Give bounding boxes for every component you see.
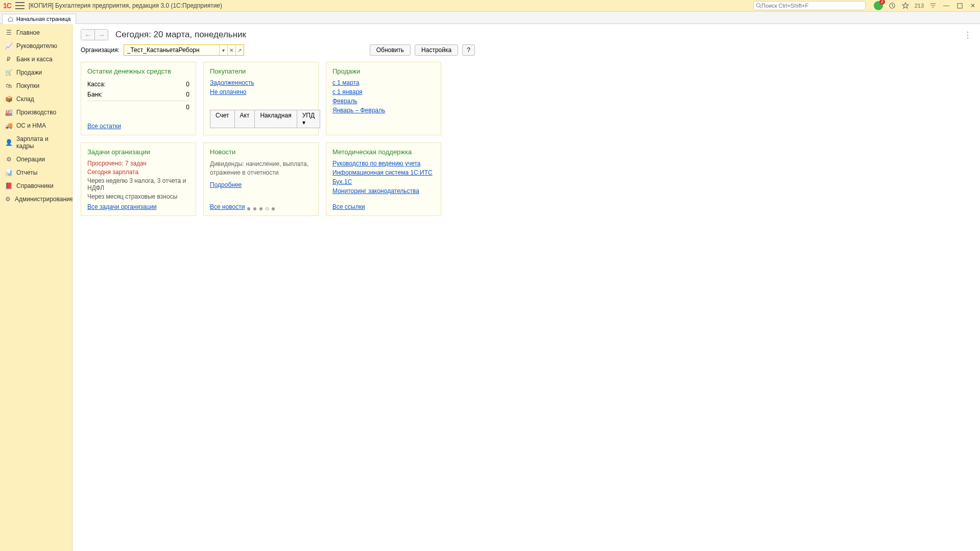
widget-tasks: Задачи организации Просрочено: 7 задач С… xyxy=(81,142,196,216)
act-button[interactable]: Акт xyxy=(235,110,255,128)
open-icon[interactable]: ↗ xyxy=(235,45,244,55)
content-header: ← → Сегодня: 20 марта, понедельник ⋮ xyxy=(73,24,980,44)
widget-cash: Остатки денежных средств Касса:0 Банк:0 … xyxy=(81,62,196,135)
unpaid-link[interactable]: Не оплачено xyxy=(210,88,312,95)
sidebar-item-label: Справочники xyxy=(16,182,54,189)
sidebar-item-production[interactable]: 🏭Производство xyxy=(0,106,72,119)
all-news-link[interactable]: Все новости xyxy=(210,203,245,210)
sidebar-item-label: Зарплата и кадры xyxy=(16,135,67,150)
sidebar-item-label: Банк и касса xyxy=(16,56,53,63)
week-text: Через неделю 3 налога, 3 отчета и НДФЛ xyxy=(87,177,189,191)
ops-icon: ⚙ xyxy=(5,156,12,163)
total-value: 0 xyxy=(186,104,189,111)
news-more-link[interactable]: Подробнее xyxy=(210,181,312,188)
debt-link[interactable]: Задолженность xyxy=(210,79,312,86)
more-icon[interactable]: ⋮ xyxy=(964,30,972,40)
truck-icon: 🚚 xyxy=(5,122,12,129)
counter: 213 xyxy=(915,3,924,9)
sidebar-item-label: ОС и НМА xyxy=(16,122,46,129)
clear-icon[interactable]: ✕ xyxy=(227,45,235,55)
widget-title: Остатки денежных средств xyxy=(87,67,189,75)
overdue-text: Просрочено: 7 задач xyxy=(87,160,189,167)
book-icon: 📕 xyxy=(5,182,12,189)
close-icon[interactable]: ✕ xyxy=(969,2,977,10)
sales-march-link[interactable]: с 1 марта xyxy=(332,79,435,86)
sidebar-item-warehouse[interactable]: 📦Склад xyxy=(0,92,72,106)
app-title: [КОПИЯ] Бухгалтерия предприятия, редакци… xyxy=(29,2,222,9)
gear-icon: ⚙ xyxy=(5,196,11,203)
widget-title: Новости xyxy=(210,148,312,156)
buh1c-link[interactable]: Бух.1С xyxy=(332,178,435,185)
notification-icon[interactable] xyxy=(874,1,883,10)
sidebar-item-purchase[interactable]: 🛍Покупки xyxy=(0,79,72,92)
all-links-link[interactable]: Все ссылки xyxy=(332,203,365,210)
sidebar-item-main[interactable]: ☰Главное xyxy=(0,26,72,39)
svg-rect-3 xyxy=(957,3,962,8)
basket-icon: 🛍 xyxy=(5,82,12,89)
sidebar-item-hr[interactable]: 👤Зарплата и кадры xyxy=(0,132,72,153)
sidebar-item-label: Руководителю xyxy=(16,42,57,50)
sidebar-item-label: Операции xyxy=(16,156,45,163)
upd-button[interactable]: УПД ▾ xyxy=(297,110,320,128)
org-select[interactable]: ▾ ✕ ↗ xyxy=(124,44,244,56)
today-text: Сегодня зарплата xyxy=(87,169,189,176)
org-label: Организация: xyxy=(81,46,119,54)
content: ← → Сегодня: 20 марта, понедельник ⋮ Орг… xyxy=(73,24,980,551)
guide-link[interactable]: Руководство по ведению учета xyxy=(332,160,435,167)
widget-buyers: Покупатели Задолженность Не оплачено Сче… xyxy=(203,62,319,135)
history-icon[interactable] xyxy=(888,2,896,10)
month-text: Через месяц страховые взносы xyxy=(87,193,189,200)
sidebar-item-directories[interactable]: 📕Справочники xyxy=(0,179,72,193)
star-icon[interactable] xyxy=(901,2,910,10)
sidebar: ☰Главное 📈Руководителю ₽Банк и касса 🛒Пр… xyxy=(0,24,73,551)
forward-button[interactable]: → xyxy=(94,30,108,40)
widget-title: Задачи организации xyxy=(87,148,189,156)
sidebar-item-assets[interactable]: 🚚ОС и НМА xyxy=(0,119,72,132)
widget-title: Продажи xyxy=(332,67,435,75)
settings-button[interactable]: Настройка xyxy=(415,44,458,56)
its-link[interactable]: Информационная система 1С:ИТС xyxy=(332,169,435,176)
sidebar-item-label: Продажи xyxy=(16,69,42,76)
sidebar-item-label: Покупки xyxy=(16,82,39,89)
search-input[interactable] xyxy=(753,1,866,10)
cash-label: Касса: xyxy=(87,81,106,88)
cart-icon: 🛒 xyxy=(5,69,12,76)
tab-home[interactable]: Начальная страница xyxy=(2,14,76,24)
back-button[interactable]: ← xyxy=(81,30,94,40)
search-icon xyxy=(756,3,761,9)
sidebar-item-reports[interactable]: 📊Отчеты xyxy=(0,166,72,179)
sales-january-link[interactable]: с 1 января xyxy=(332,88,435,95)
sidebar-item-manager[interactable]: 📈Руководителю xyxy=(0,39,72,53)
tab-label: Начальная страница xyxy=(16,16,70,22)
widget-support: Методическая поддержка Руководство по ве… xyxy=(326,142,441,216)
sidebar-item-operations[interactable]: ⚙Операции xyxy=(0,153,72,166)
minimize-icon[interactable]: — xyxy=(942,2,950,10)
maximize-icon[interactable] xyxy=(955,2,964,10)
dropdown-icon[interactable]: ▾ xyxy=(219,45,227,55)
sidebar-item-admin[interactable]: ⚙Администрирование xyxy=(0,193,72,206)
sidebar-item-sales[interactable]: 🛒Продажи xyxy=(0,66,72,79)
all-balances-link[interactable]: Все остатки xyxy=(87,123,121,130)
bank-value: 0 xyxy=(186,91,189,98)
sidebar-item-bank[interactable]: ₽Банк и касса xyxy=(0,53,72,66)
hamburger-icon[interactable] xyxy=(15,2,25,9)
logo: 1C xyxy=(3,2,11,10)
chart-icon: 📈 xyxy=(5,42,12,50)
widget-title: Методическая поддержка xyxy=(332,148,435,156)
filter-icon[interactable] xyxy=(929,2,937,10)
org-input[interactable] xyxy=(124,46,219,54)
news-text: Дивиденды: начисление, выплата, отражени… xyxy=(210,160,312,177)
refresh-button[interactable]: Обновить xyxy=(370,44,411,56)
sales-feb-link[interactable]: Февраль xyxy=(332,98,435,105)
waybill-button[interactable]: Накладная xyxy=(255,110,297,128)
monitoring-link[interactable]: Мониторинг законодательства xyxy=(332,187,435,195)
all-tasks-link[interactable]: Все задачи организации xyxy=(87,203,157,210)
person-icon: 👤 xyxy=(5,139,12,146)
bars-icon: 📊 xyxy=(5,169,12,176)
help-button[interactable]: ? xyxy=(462,44,475,56)
pager-dots[interactable] xyxy=(247,207,275,210)
widgets-row-2: Задачи организации Просрочено: 7 задач С… xyxy=(73,142,980,216)
sales-janfeb-link[interactable]: Январь – Февраль xyxy=(332,107,435,114)
sidebar-item-label: Отчеты xyxy=(16,169,37,176)
invoice-button[interactable]: Счет xyxy=(210,110,235,128)
